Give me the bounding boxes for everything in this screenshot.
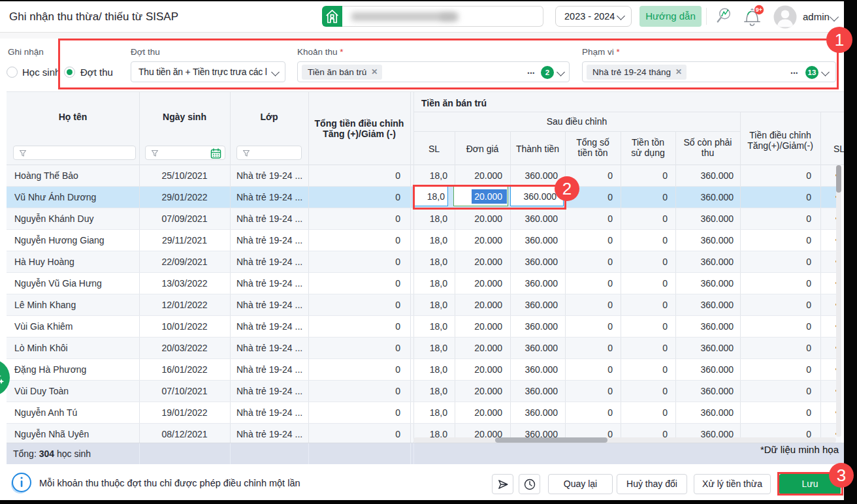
- svg-text:9+: 9+: [756, 7, 762, 13]
